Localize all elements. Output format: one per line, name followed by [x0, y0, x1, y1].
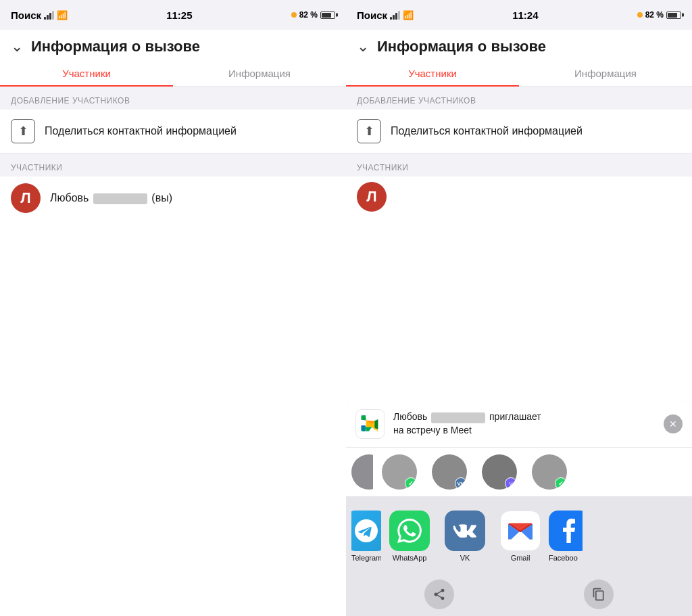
contacts-scroll-inner: ✓ ✓ VK [346, 448, 692, 496]
left-status-right: 82 % [291, 10, 335, 20]
gmail-svg [508, 521, 533, 540]
badge-whatsapp-2-icon: ✓ [405, 477, 417, 490]
right-battery-pct: 82 % [645, 10, 664, 20]
left-participant-row: Л Любовь (вы) [0, 176, 346, 220]
badge-vk-icon: VK [455, 477, 467, 490]
right-section-participants: УЧАСТНИКИ [346, 153, 692, 176]
gmail-icon [500, 511, 541, 551]
left-signal [44, 11, 54, 20]
app-whatsapp[interactable]: WhatsApp [382, 511, 437, 562]
telegram-svg [355, 519, 378, 542]
facebook-svg [562, 519, 576, 543]
bottom-share-svg [432, 588, 446, 601]
share-sheet: Любовь приглашает на встречу в Meet ✕ [346, 401, 692, 616]
app-vk[interactable]: VK [438, 511, 492, 562]
right-battery-icon [666, 11, 681, 19]
facebook-label: Faceboo [549, 554, 578, 562]
left-avatar: Л [11, 183, 41, 213]
left-share-icon: ⬆ [11, 119, 35, 143]
right-wifi-icon: 📶 [403, 10, 414, 20]
badge-viber-icon: V [505, 477, 517, 490]
left-wifi-icon: 📶 [57, 10, 68, 20]
left-share-row[interactable]: ⬆ Поделиться контактной информацией [0, 110, 346, 153]
left-chevron-down-icon[interactable]: ⌄ [11, 38, 23, 55]
right-phone-panel: Поиск 📶 11:24 82 % ⌄ Информация о вызове [346, 0, 692, 616]
vk-icon [445, 511, 485, 551]
left-section-participants: УЧАСТНИКИ [0, 153, 346, 176]
contact-item-partial: ✓ [351, 454, 373, 490]
left-call-header: ⌄ Информация о вызове [0, 30, 346, 55]
contact-item-3[interactable]: VK [426, 454, 473, 490]
right-call-title: Информация о вызове [377, 38, 546, 55]
right-tab-participants[interactable]: Участники [346, 61, 519, 86]
whatsapp-svg [397, 519, 422, 543]
right-avatar-partial: Л [357, 182, 387, 212]
contact-item-5[interactable]: ✓ [526, 454, 573, 490]
right-main-content: ⌄ Информация о вызове Участники Информац… [346, 30, 692, 616]
meet-invite-text: Любовь приглашает на встречу в Meet [393, 410, 656, 437]
left-time: 11:25 [166, 9, 192, 21]
bottom-icons-row [346, 573, 692, 616]
contact-avatar-5: ✓ [532, 454, 567, 490]
right-status-right: 82 % [637, 10, 681, 20]
vk-label: VK [460, 554, 470, 562]
right-call-header: ⌄ Информация о вызове [346, 30, 692, 55]
meet-banner: Любовь приглашает на встречу в Meet ✕ [346, 401, 692, 448]
right-status-bar: Поиск 📶 11:24 82 % [346, 0, 692, 30]
contact-item-4[interactable]: V [476, 454, 523, 490]
telegram-icon [351, 511, 381, 551]
contact-avatar-2: ✓ [382, 454, 417, 490]
app-telegram-partial[interactable]: Telegram [351, 511, 381, 562]
contacts-row: ✓ ✓ VK [346, 448, 692, 497]
left-call-title: Информация о вызове [31, 38, 200, 55]
meet-svg [359, 412, 382, 435]
facebook-icon [549, 511, 583, 551]
right-status-left: Поиск 📶 [357, 9, 414, 21]
right-carrier: Поиск [357, 9, 387, 21]
telegram-label: Telegram [351, 554, 381, 562]
left-share-text: Поделиться контактной информацией [45, 124, 237, 139]
bottom-copy-icon[interactable] [584, 579, 614, 609]
left-tab-info[interactable]: Информация [173, 61, 346, 86]
right-time: 11:24 [512, 9, 538, 21]
bottom-share-icon[interactable] [424, 579, 454, 609]
meet-close-button[interactable]: ✕ [664, 414, 683, 433]
right-name-blur [431, 412, 485, 423]
bottom-copy-svg [592, 588, 606, 601]
right-chevron-down-icon[interactable]: ⌄ [357, 38, 369, 55]
bottom-spacer [346, 567, 692, 573]
apps-divider [346, 497, 692, 502]
left-tab-participants[interactable]: Участники [0, 61, 173, 86]
right-tabs: Участники Информация [346, 61, 692, 87]
app-gmail[interactable]: Gmail [493, 511, 547, 562]
left-participant-name: Любовь (вы) [50, 192, 172, 204]
apps-row: Telegram WhatsApp VK [346, 502, 692, 567]
left-battery-dot [291, 12, 297, 18]
left-status-bar: Поиск 📶 11:25 82 % [0, 0, 346, 30]
gmail-label: Gmail [511, 554, 530, 562]
right-share-icon: ⬆ [357, 119, 381, 143]
whatsapp-label: WhatsApp [393, 554, 427, 562]
left-status-left: Поиск 📶 [11, 9, 68, 21]
left-phone-panel: Поиск 📶 11:25 82 % ⌄ Информация о вызове [0, 0, 346, 616]
left-tabs: Участники Информация [0, 61, 346, 87]
meet-logo-icon [355, 409, 385, 439]
left-participant-surname-blur [93, 193, 147, 204]
right-signal [390, 11, 400, 20]
right-share-text: Поделиться контактной информацией [391, 124, 583, 139]
left-content: ⌄ Информация о вызове Участники Информац… [0, 30, 346, 616]
right-section-adding: ДОБАВЛЕНИЕ УЧАСТНИКОВ [346, 87, 692, 110]
vk-svg [453, 524, 476, 538]
badge-whatsapp-5-icon: ✓ [555, 477, 567, 490]
contact-avatar-4: V [482, 454, 517, 490]
app-facebook-partial[interactable]: Faceboo [549, 511, 583, 562]
right-battery-dot [637, 12, 643, 18]
left-battery-icon [320, 11, 335, 19]
left-carrier: Поиск [11, 9, 41, 21]
left-section-adding: ДОБАВЛЕНИЕ УЧАСТНИКОВ [0, 87, 346, 110]
contact-avatar-3: VK [432, 454, 467, 490]
contact-item-2[interactable]: ✓ [376, 454, 423, 490]
right-tab-info[interactable]: Информация [519, 61, 692, 86]
whatsapp-icon [389, 511, 430, 551]
right-share-row[interactable]: ⬆ Поделиться контактной информацией [346, 110, 692, 153]
